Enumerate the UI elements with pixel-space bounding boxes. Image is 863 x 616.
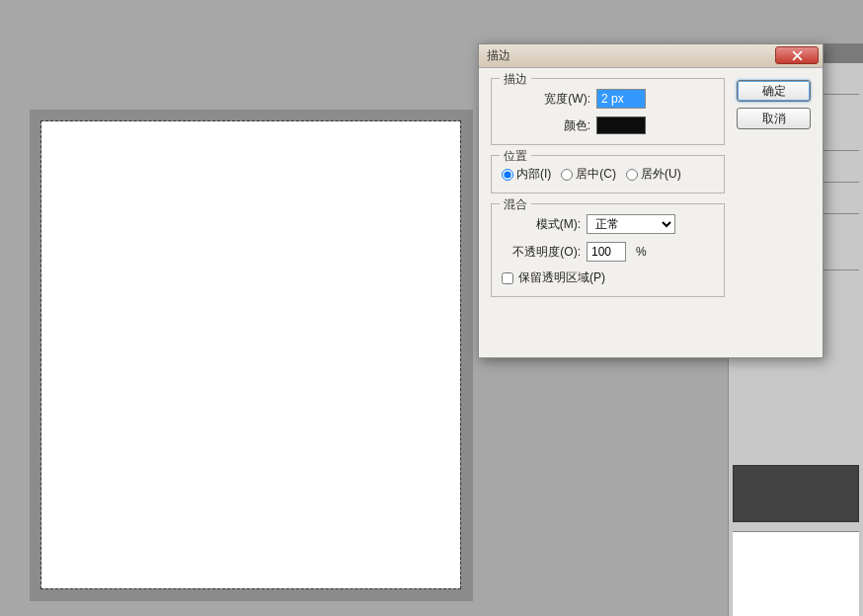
dialog-title: 描边 xyxy=(487,47,510,64)
position-legend: 位置 xyxy=(500,148,531,165)
position-group: 位置 内部(I) 居中(C) 居外(U) xyxy=(491,155,725,193)
cancel-button[interactable]: 取消 xyxy=(737,108,811,129)
mode-select[interactable]: 正常 xyxy=(587,214,675,234)
ok-button[interactable]: 确定 xyxy=(737,80,811,102)
blend-legend: 混合 xyxy=(500,196,531,213)
preserve-transparency-checkbox[interactable] xyxy=(502,272,513,284)
preserve-transparency-label[interactable]: 保留透明区域(P) xyxy=(518,270,605,286)
stroke-group: 描边 宽度(W): 颜色: xyxy=(491,78,725,145)
percent-label: % xyxy=(636,245,647,259)
radio-inside-text: 内部(I) xyxy=(516,166,551,183)
radio-inside[interactable] xyxy=(502,169,513,181)
width-label: 宽度(W): xyxy=(502,91,590,108)
width-input[interactable] xyxy=(596,89,646,109)
close-icon xyxy=(792,50,803,61)
radio-center-text: 居中(C) xyxy=(576,166,616,183)
radio-center[interactable] xyxy=(561,169,573,181)
close-button[interactable] xyxy=(775,46,819,64)
radio-outside-label[interactable]: 居外(U) xyxy=(626,166,681,183)
stroke-legend: 描边 xyxy=(500,71,531,88)
panel-preview-white xyxy=(733,531,859,616)
mode-label: 模式(M): xyxy=(502,216,581,233)
color-swatch[interactable] xyxy=(596,116,646,134)
radio-center-label[interactable]: 居中(C) xyxy=(561,166,616,183)
radio-inside-label[interactable]: 内部(I) xyxy=(502,166,551,183)
panel-preview-dark xyxy=(733,465,859,522)
canvas-frame xyxy=(30,110,473,601)
stroke-dialog: 描边 描边 宽度(W): 颜色: 位置 内部(I) xyxy=(478,43,824,358)
blend-group: 混合 模式(M): 正常 不透明度(O): % 保留透明区域(P) xyxy=(491,203,725,297)
dialog-titlebar[interactable]: 描边 xyxy=(479,44,823,68)
opacity-input[interactable] xyxy=(587,242,626,262)
radio-outside[interactable] xyxy=(626,169,638,181)
canvas-selection[interactable] xyxy=(41,121,460,588)
color-label: 颜色: xyxy=(502,117,590,134)
opacity-label: 不透明度(O): xyxy=(502,244,581,261)
radio-outside-text: 居外(U) xyxy=(641,166,681,183)
